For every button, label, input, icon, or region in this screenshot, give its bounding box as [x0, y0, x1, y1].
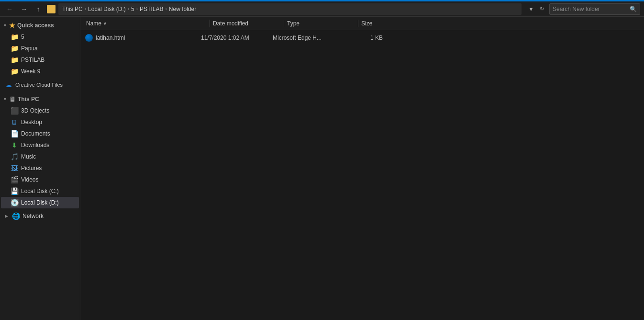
title-bar: ← → ↑ This PC › Local Disk (D:) › 5 › PS…	[0, 1, 644, 17]
forward-button[interactable]: →	[18, 3, 30, 15]
downloads-icon: ⬇	[11, 141, 18, 149]
breadcrumb-local-disk-d[interactable]: Local Disk (D:)	[88, 6, 126, 12]
loading-bar-fill	[0, 0, 644, 1]
sidebar-item-cloud[interactable]: ☁ Creative Cloud Files	[1, 79, 79, 91]
sidebar-quick-access-header[interactable]: ▾ ★ Quick access	[0, 19, 80, 31]
drive-c-icon: 💾	[11, 187, 18, 195]
sidebar-item-videos[interactable]: 🎬 Videos	[1, 174, 79, 185]
folder-icon-pstilab: 📁	[11, 56, 18, 64]
breadcrumb-new-folder[interactable]: New folder	[169, 6, 196, 12]
sidebar-item-label-drive-d: Local Disk (D:)	[21, 199, 59, 206]
this-pc-arrow: ▾	[4, 97, 6, 102]
file-size: 1 KB	[370, 34, 383, 41]
sidebar-item-label-documents: Documents	[21, 130, 50, 137]
folder-icon-5: 📁	[11, 33, 18, 41]
search-box[interactable]: 🔍	[549, 3, 640, 15]
sidebar-item-label-pictures: Pictures	[21, 165, 42, 171]
table-row[interactable]: latihan.html 11/7/2020 1:02 AM Microsoft…	[80, 31, 644, 45]
sidebar-item-downloads[interactable]: ⬇ Downloads	[1, 139, 79, 151]
col-divider-3	[358, 20, 358, 27]
edge-icon	[85, 34, 93, 42]
folder-icon-week9: 📁	[11, 68, 18, 75]
sidebar: ▾ ★ Quick access 📁 5 📁 Papua 📁 PSTILAB 📁…	[0, 17, 80, 320]
search-icon: 🔍	[630, 6, 637, 12]
folder-icon-papua: 📁	[11, 45, 18, 52]
sidebar-item-label-music: Music	[21, 153, 36, 160]
file-type: Microsoft Edge H...	[273, 34, 322, 41]
file-date: 11/7/2020 1:02 AM	[201, 34, 249, 41]
breadcrumb-this-pc[interactable]: This PC	[62, 6, 83, 12]
sidebar-item-local-disk-d[interactable]: 💽 Local Disk (D:)	[1, 197, 79, 208]
pc-icon: 🖥	[9, 95, 16, 103]
sidebar-item-label-3d: 3D Objects	[21, 107, 49, 114]
network-arrow: ▶	[5, 214, 8, 218]
sidebar-item-label-downloads: Downloads	[21, 142, 49, 149]
videos-icon: 🎬	[11, 176, 18, 183]
drive-d-icon: 💽	[11, 199, 18, 206]
up-button[interactable]: ↑	[33, 3, 44, 15]
sidebar-item-week9[interactable]: 📁 Week 9	[1, 66, 79, 77]
sidebar-item-5[interactable]: 📁 5	[1, 31, 79, 43]
sidebar-item-label-desktop: Desktop	[21, 119, 42, 126]
col-header-name[interactable]: Name ∧	[84, 17, 209, 30]
file-size-cell: 1 KB	[344, 34, 383, 41]
sidebar-item-documents[interactable]: 📄 Documents	[1, 128, 79, 139]
col-size-label: Size	[361, 20, 372, 27]
file-name-cell: latihan.html	[84, 33, 201, 43]
cloud-icon: ☁	[5, 81, 12, 89]
col-divider-1	[210, 20, 210, 27]
sidebar-item-label-drive-c: Local Disk (C:)	[21, 188, 59, 194]
quick-access-arrow: ▾	[4, 23, 6, 28]
sidebar-item-label-pstilab: PSTILAB	[21, 57, 44, 63]
back-button[interactable]: ←	[4, 3, 15, 15]
network-icon: 🌐	[12, 212, 20, 220]
col-header-type[interactable]: Type	[285, 17, 357, 30]
search-input[interactable]	[553, 6, 628, 12]
col-name-label: Name	[86, 20, 101, 27]
sidebar-item-local-disk-c[interactable]: 💾 Local Disk (C:)	[1, 185, 79, 197]
breadcrumb-bar: This PC › Local Disk (D:) › 5 › PSTILAB …	[58, 3, 522, 15]
breadcrumb-actions: ▼ ↻	[526, 4, 546, 14]
sidebar-item-network[interactable]: ▶ 🌐 Network	[1, 210, 79, 222]
file-list: latihan.html 11/7/2020 1:02 AM Microsoft…	[80, 30, 644, 320]
sidebar-item-label-network: Network	[22, 213, 44, 219]
sidebar-item-label-week9: Week 9	[21, 68, 40, 75]
desktop-icon: 🖥	[11, 118, 18, 126]
file-name: latihan.html	[96, 34, 125, 41]
this-pc-label: This PC	[18, 96, 39, 103]
loading-bar	[0, 0, 644, 1]
sidebar-this-pc-header[interactable]: ▾ 🖥 This PC	[0, 92, 80, 105]
col-sort-arrow: ∧	[103, 21, 107, 26]
main-layout: ▾ ★ Quick access 📁 5 📁 Papua 📁 PSTILAB 📁…	[0, 17, 644, 320]
folder-icon	[47, 5, 56, 13]
col-header-size[interactable]: Size	[359, 17, 398, 30]
sidebar-item-label-5: 5	[21, 34, 24, 40]
breadcrumb-5[interactable]: 5	[131, 6, 134, 12]
file-type-cell: Microsoft Edge H...	[273, 34, 344, 41]
quick-access-star-icon: ★	[9, 22, 15, 29]
music-icon: 🎵	[11, 153, 18, 160]
col-divider-2	[284, 20, 284, 27]
refresh-button[interactable]: ↻	[537, 4, 546, 14]
docs-icon: 📄	[11, 130, 18, 137]
sidebar-item-desktop[interactable]: 🖥 Desktop	[1, 116, 79, 128]
sidebar-item-label-cloud: Creative Cloud Files	[15, 82, 63, 88]
sidebar-item-3d-objects[interactable]: ⬛ 3D Objects	[1, 105, 79, 116]
pics-icon: 🖼	[11, 164, 18, 172]
sidebar-item-pictures[interactable]: 🖼 Pictures	[1, 162, 79, 174]
breadcrumb-pstilab[interactable]: PSTILAB	[140, 6, 163, 12]
breadcrumb-dropdown-button[interactable]: ▼	[526, 4, 536, 14]
breadcrumb-sep-4: ›	[165, 6, 167, 11]
breadcrumb-sep-2: ›	[128, 6, 129, 11]
sidebar-item-music[interactable]: 🎵 Music	[1, 151, 79, 162]
file-date-cell: 11/7/2020 1:02 AM	[201, 34, 273, 41]
sidebar-item-pstilab[interactable]: 📁 PSTILAB	[1, 54, 79, 66]
file-icon-edge	[84, 33, 94, 43]
col-header-date[interactable]: Date modified	[211, 17, 283, 30]
breadcrumb-sep-3: ›	[136, 6, 138, 11]
breadcrumb-sep-1: ›	[85, 6, 86, 11]
sidebar-item-papua[interactable]: 📁 Papua	[1, 43, 79, 54]
sidebar-item-label-papua: Papua	[21, 45, 38, 52]
sidebar-item-label-videos: Videos	[21, 176, 38, 183]
content-area: Name ∧ Date modified Type Size	[80, 17, 644, 320]
